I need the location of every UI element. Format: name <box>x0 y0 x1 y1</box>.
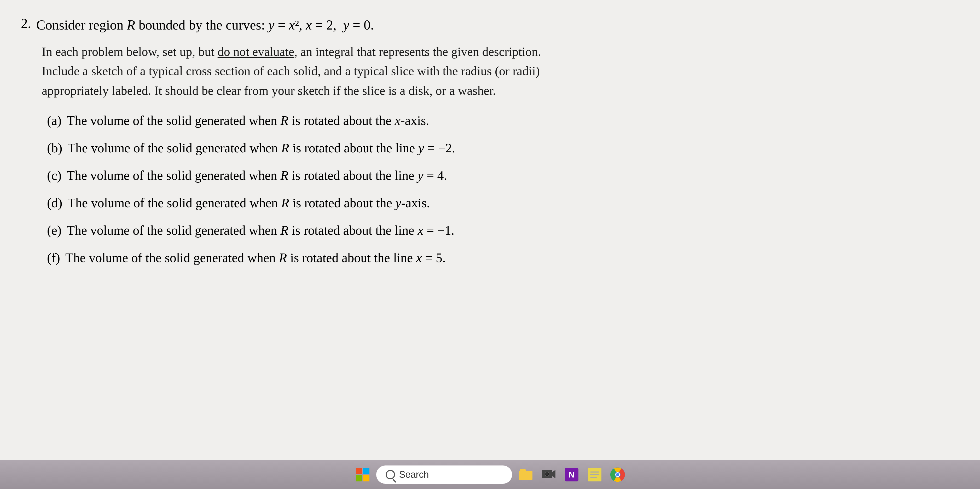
part-label-b: (b) <box>47 138 62 158</box>
chrome-icon <box>610 467 625 482</box>
part-text-a: The volume of the solid generated when R… <box>67 111 429 131</box>
title-R: R <box>127 18 135 32</box>
do-not-evaluate: do not evaluate <box>218 45 294 59</box>
onenote-button[interactable]: N <box>562 465 581 484</box>
list-item: (f) The volume of the solid generated wh… <box>47 248 959 268</box>
sticky-line <box>590 474 599 475</box>
title-bounded: bounded by the curves: <box>135 18 268 32</box>
part-text-d: The volume of the solid generated when R… <box>67 193 430 213</box>
list-item: (a) The volume of the solid generated wh… <box>47 111 959 131</box>
main-content: 2. Consider region R bounded by the curv… <box>0 0 980 460</box>
search-handle <box>392 479 396 483</box>
list-item: (d) The volume of the solid generated wh… <box>47 193 959 213</box>
part-label-e: (e) <box>47 221 62 240</box>
part-label-c: (c) <box>47 166 62 185</box>
search-circle <box>386 470 395 479</box>
part-text-e: The volume of the solid generated when R… <box>67 221 455 240</box>
windows-icon <box>356 468 369 481</box>
problem-title: Consider region R bounded by the curves:… <box>36 16 374 35</box>
taskbar: Search N <box>0 460 980 489</box>
camera-button[interactable] <box>539 465 558 484</box>
windows-pane-yellow <box>363 475 369 481</box>
part-text-c: The volume of the solid generated when R… <box>67 166 447 185</box>
chrome-svg <box>610 467 625 482</box>
search-icon <box>386 470 395 479</box>
windows-pane-blue <box>363 468 369 474</box>
part-label-d: (d) <box>47 193 62 213</box>
search-label: Search <box>399 469 429 480</box>
list-item: (c) The volume of the solid generated wh… <box>47 166 959 185</box>
sticky-lines <box>590 471 599 478</box>
list-item: (b) The volume of the solid generated wh… <box>47 138 959 158</box>
folder-body <box>519 471 533 480</box>
part-label-f: (f) <box>47 248 60 268</box>
start-button[interactable] <box>353 465 372 484</box>
windows-pane-red <box>356 468 362 474</box>
folder-icon <box>519 469 533 480</box>
camera-svg <box>541 468 556 480</box>
svg-marker-1 <box>552 470 555 478</box>
part-text-b: The volume of the solid generated when R… <box>67 138 455 158</box>
file-explorer-button[interactable] <box>516 465 535 484</box>
problem-number: 2. <box>21 16 31 31</box>
description-line1: In each problem below, set up, but do no… <box>42 42 959 61</box>
list-item: (e) The volume of the solid generated wh… <box>47 221 959 240</box>
problem-description: In each problem below, set up, but do no… <box>42 42 959 100</box>
sticky-line <box>590 477 597 478</box>
camera-icon <box>541 468 556 481</box>
svg-point-7 <box>616 473 619 476</box>
windows-pane-green <box>356 475 362 481</box>
description-line2: Include a sketch of a typical cross sect… <box>42 61 959 81</box>
problem-header: 2. Consider region R bounded by the curv… <box>21 16 959 35</box>
svg-point-3 <box>546 473 548 475</box>
description-line3: appropriately labeled. It should be clea… <box>42 81 959 100</box>
title-equations: y = x², x = 2, y = 0. <box>268 18 374 32</box>
part-text-f: The volume of the solid generated when R… <box>65 248 446 268</box>
title-consider: Consider region <box>36 18 127 32</box>
sticky-notes-button[interactable] <box>585 465 604 484</box>
sticky-icon <box>588 468 601 481</box>
parts-list: (a) The volume of the solid generated wh… <box>47 111 959 268</box>
sticky-line <box>590 471 599 473</box>
part-label-a: (a) <box>47 111 62 131</box>
search-bar[interactable]: Search <box>376 465 512 484</box>
onenote-icon: N <box>565 468 578 481</box>
chrome-button[interactable] <box>608 465 627 484</box>
